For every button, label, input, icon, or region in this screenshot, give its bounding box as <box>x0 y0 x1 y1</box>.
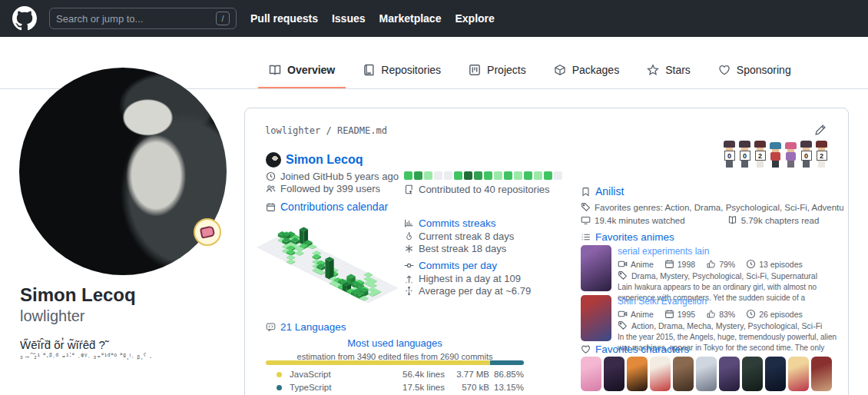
character-thumb[interactable] <box>673 357 694 391</box>
commits-streaks-link[interactable]: Commits streaks <box>404 217 496 229</box>
anime-title-link[interactable]: serial experiments lain <box>618 246 709 257</box>
contrib-square <box>464 171 472 180</box>
lang-dot <box>277 372 282 377</box>
favorites-genres: Favorites genres: Action, Drama, Psychol… <box>581 202 843 212</box>
isometric-contribution-chart <box>253 213 414 314</box>
readme-user-link[interactable]: Simon Lecoq <box>286 153 363 167</box>
graph-icon <box>404 218 414 228</box>
character-thumb[interactable] <box>765 357 786 391</box>
anime-cover[interactable] <box>581 295 611 341</box>
character-thumb[interactable] <box>604 357 624 391</box>
github-logo-icon[interactable] <box>12 6 37 31</box>
character-thumb[interactable] <box>650 357 671 391</box>
tag-icon <box>618 271 628 280</box>
commits-per-day-link[interactable]: Commits per day <box>404 260 497 271</box>
tab-stars[interactable]: Stars <box>636 55 701 88</box>
favorites-characters-row <box>581 357 832 391</box>
languages-link[interactable]: 21 Languages <box>266 321 346 333</box>
anime-tags: Drama, Mystery, Psychological, Sci-Fi, S… <box>618 271 842 280</box>
character-thumb[interactable] <box>627 357 648 391</box>
tab-label: Packages <box>572 64 619 76</box>
character-thumb[interactable] <box>788 357 809 391</box>
thumbsup-icon <box>706 259 716 269</box>
tab-packages[interactable]: Packages <box>543 55 630 88</box>
commit-icon <box>404 261 414 271</box>
anilist-stats: 19.4k minutes watched 5.79k chapters rea… <box>581 215 838 225</box>
calendar-icon <box>664 309 674 319</box>
contrib-square <box>524 171 532 180</box>
anime-entry: Shin Seiki Evangelion Anime 1995 83% 26 … <box>581 294 842 341</box>
character-thumb[interactable] <box>581 357 601 391</box>
lang-row-javascript: JavaScript 56.4k lines 3.77 MB 86.85% <box>266 370 524 379</box>
favorites-animes-link[interactable]: Favorites animes <box>581 231 674 243</box>
character-thumb[interactable] <box>696 357 717 391</box>
best-streak: Best streak 18 days <box>404 243 506 254</box>
nav-issues[interactable]: Issues <box>332 12 366 25</box>
lang-segment-typescript <box>490 360 524 365</box>
header-nav: Pull requests Issues Marketplace Explore <box>250 12 495 25</box>
octopus-emoji-icon <box>200 225 216 238</box>
nav-marketplace[interactable]: Marketplace <box>379 12 442 25</box>
character-thumb[interactable] <box>742 357 763 391</box>
character-thumb[interactable] <box>811 357 832 391</box>
contrib-square <box>404 171 412 180</box>
tag-icon <box>581 202 591 212</box>
tab-label: Projects <box>487 64 526 76</box>
pixel-banner: 00202 <box>723 141 828 168</box>
search-box[interactable]: / <box>49 8 237 29</box>
readme-path: lowlighter / README.md <box>265 125 387 136</box>
contrib-square <box>474 171 482 180</box>
tab-projects[interactable]: Projects <box>458 55 537 88</box>
anime-meta: Anime 1998 79% 13 episodes <box>618 259 842 269</box>
pixel-figure: 0 <box>738 141 751 168</box>
repo-icon <box>363 64 375 76</box>
people-icon <box>266 184 276 194</box>
mini-avatar <box>266 152 281 168</box>
pixel-figure: 2 <box>815 141 828 168</box>
pixel-figure <box>784 142 797 168</box>
status-emoji-badge[interactable] <box>194 218 221 246</box>
video-icon <box>618 309 628 319</box>
book-open-icon <box>727 215 737 225</box>
pixel-figure: 0 <box>800 141 813 168</box>
pixel-figure <box>769 142 782 168</box>
project-icon <box>469 64 481 76</box>
nav-explore[interactable]: Explore <box>455 12 494 25</box>
contrib-square <box>414 171 422 180</box>
pencil-icon[interactable] <box>814 124 827 136</box>
anime-cover[interactable] <box>581 245 611 291</box>
tab-overview[interactable]: Overview <box>258 55 346 88</box>
contrib-square <box>454 171 462 180</box>
tab-label: Sponsoring <box>737 64 791 76</box>
star-burst-icon <box>404 244 414 254</box>
anilist-link[interactable]: Anilist <box>581 185 624 198</box>
readme-user-row: Simon Lecoq <box>266 152 363 168</box>
lang-row-typescript: TypeScript 17.5k lines 570 kB 13.15% <box>266 383 524 392</box>
profile-username: lowlighter <box>20 307 84 325</box>
thumbsup-icon <box>706 309 716 319</box>
slash-key-hint: / <box>216 12 230 25</box>
top-header: / Pull requests Issues Marketplace Explo… <box>0 0 868 37</box>
contributions-calendar-link[interactable]: Contributions calendar <box>266 201 388 213</box>
nav-pull-requests[interactable]: Pull requests <box>250 12 318 25</box>
contrib-square <box>444 171 452 180</box>
package-icon <box>554 64 566 76</box>
profile-bio-line2: ₃→͠ ₂¹ ˟˖ᵝ˒ᵈ ₌¹˸˟ ˒ᵠᵞ˓ ₃₌˟¹ᵈ˟ᵒ ˟ᵍ˳ᵎ˓ ᵦ˲ˁ… <box>20 352 235 360</box>
bookmark-icon <box>581 187 591 197</box>
tab-label: Overview <box>287 64 335 76</box>
profile-bio-line1: W̋ēĩr̂d̏ õr̕ w̃ĩŕêd̑ ?̃ <box>20 338 235 351</box>
code-comment-icon <box>266 322 276 332</box>
contributed-line: Contributed to 40 repositories <box>404 184 550 195</box>
tab-sponsoring[interactable]: Sponsoring <box>707 55 802 88</box>
anime-meta: Anime 1995 83% 26 episodes <box>618 309 842 319</box>
most-used-languages-link[interactable]: Most used languages <box>347 337 442 349</box>
tab-repositories[interactable]: Repositories <box>352 55 452 88</box>
favorites-characters-link[interactable]: Favorites characters <box>581 344 689 355</box>
anime-title-link[interactable]: Shin Seiki Evangelion <box>618 296 707 307</box>
character-thumb[interactable] <box>719 357 740 391</box>
followed-line: Followed by 399 users <box>266 183 380 194</box>
github-profile-page: / Pull requests Issues Marketplace Explo… <box>0 0 868 395</box>
search-input[interactable] <box>56 13 216 25</box>
profile-avatar[interactable] <box>19 68 227 275</box>
list-icon <box>581 232 591 242</box>
